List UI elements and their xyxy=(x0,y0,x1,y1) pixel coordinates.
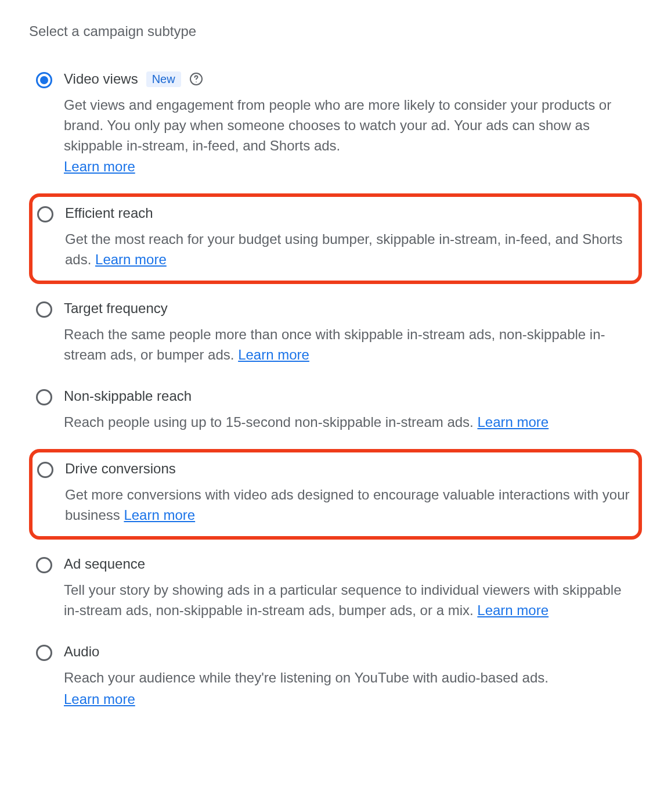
option-body: Target frequencyReach the same people mo… xyxy=(64,300,636,365)
option-body: Drive conversionsGet more conversions wi… xyxy=(65,461,635,526)
option-description: Tell your story by showing ads in a part… xyxy=(64,580,636,621)
option-efficient-reach[interactable]: Efficient reachGet the most reach for yo… xyxy=(29,193,642,284)
radio-col xyxy=(35,644,64,661)
section-heading: Select a campaign subtype xyxy=(29,23,642,39)
radio-efficient-reach[interactable] xyxy=(37,206,53,222)
radio-video-views[interactable] xyxy=(36,72,52,88)
option-title-row: Efficient reach xyxy=(65,205,635,221)
radio-ad-sequence[interactable] xyxy=(36,557,52,573)
option-title: Target frequency xyxy=(64,300,168,317)
learn-more-link[interactable]: Learn more xyxy=(95,251,167,267)
radio-col xyxy=(35,556,64,573)
new-badge: New xyxy=(146,71,181,87)
option-description: Get views and engagement from people who… xyxy=(64,95,636,177)
option-description: Reach people using up to 15-second non-s… xyxy=(64,412,636,433)
radio-col xyxy=(35,71,64,88)
radio-col xyxy=(35,388,64,405)
learn-more-link[interactable]: Learn more xyxy=(238,347,309,362)
option-title: Drive conversions xyxy=(65,461,176,477)
option-body: Video viewsNew Get views and engagement … xyxy=(64,71,636,177)
option-description-text: Reach people using up to 15-second non-s… xyxy=(64,414,474,430)
option-title-row: Video viewsNew xyxy=(64,71,636,87)
learn-more-link[interactable]: Learn more xyxy=(124,507,195,523)
radio-target-frequency[interactable] xyxy=(36,301,52,318)
option-description: Get the most reach for your budget using… xyxy=(65,229,635,270)
option-description-text: Reach your audience while they're listen… xyxy=(64,670,549,685)
option-title: Efficient reach xyxy=(65,205,153,221)
option-audio[interactable]: AudioReach your audience while they're l… xyxy=(29,633,642,723)
option-video-views[interactable]: Video viewsNew Get views and engagement … xyxy=(29,60,642,190)
radio-dot xyxy=(40,76,48,84)
learn-more-link[interactable]: Learn more xyxy=(477,414,549,430)
option-title: Ad sequence xyxy=(64,556,145,572)
option-title-row: Drive conversions xyxy=(65,461,635,477)
option-drive-conversions[interactable]: Drive conversionsGet more conversions wi… xyxy=(29,449,642,540)
radio-col xyxy=(36,461,65,478)
option-non-skippable-reach[interactable]: Non-skippable reachReach people using up… xyxy=(29,378,642,445)
radio-audio[interactable] xyxy=(36,645,52,661)
learn-more-link[interactable]: Learn more xyxy=(64,691,135,707)
option-title: Non-skippable reach xyxy=(64,388,192,404)
option-description: Reach the same people more than once wit… xyxy=(64,325,636,365)
radio-col xyxy=(36,205,65,222)
option-title: Audio xyxy=(64,644,99,660)
subtype-options-list: Video viewsNew Get views and engagement … xyxy=(29,60,642,723)
option-body: Non-skippable reachReach people using up… xyxy=(64,388,636,433)
option-target-frequency[interactable]: Target frequencyReach the same people mo… xyxy=(29,290,642,378)
learn-more-link[interactable]: Learn more xyxy=(477,602,549,618)
radio-col xyxy=(35,300,64,318)
option-title-row: Audio xyxy=(64,644,636,660)
option-description: Get more conversions with video ads desi… xyxy=(65,485,635,526)
option-body: Efficient reachGet the most reach for yo… xyxy=(65,205,635,270)
svg-point-1 xyxy=(196,81,197,82)
option-description-text: Reach the same people more than once wit… xyxy=(64,326,605,362)
option-title: Video views xyxy=(64,71,138,87)
option-description: Reach your audience while they're listen… xyxy=(64,668,636,710)
radio-non-skippable-reach[interactable] xyxy=(36,389,52,405)
option-description-text: Get views and engagement from people who… xyxy=(64,97,611,153)
radio-drive-conversions[interactable] xyxy=(37,462,53,478)
option-body: AudioReach your audience while they're l… xyxy=(64,644,636,710)
option-ad-sequence[interactable]: Ad sequenceTell your story by showing ad… xyxy=(29,545,642,634)
option-body: Ad sequenceTell your story by showing ad… xyxy=(64,556,636,621)
learn-more-link[interactable]: Learn more xyxy=(64,159,135,174)
option-title-row: Ad sequence xyxy=(64,556,636,572)
option-title-row: Target frequency xyxy=(64,300,636,317)
help-icon[interactable] xyxy=(189,72,203,86)
option-title-row: Non-skippable reach xyxy=(64,388,636,404)
